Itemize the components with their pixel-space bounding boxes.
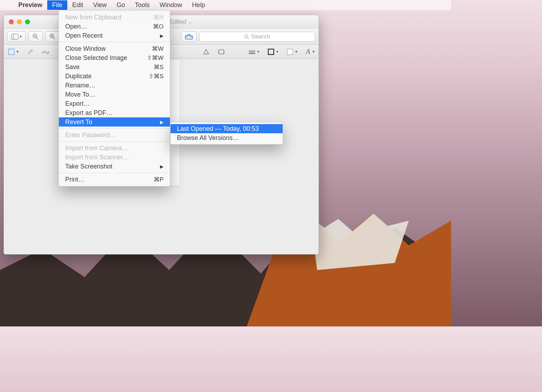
magic-wand-icon xyxy=(27,49,33,55)
menubar-item-window[interactable]: Window xyxy=(155,0,187,10)
menu-item-label: Import from Camera… xyxy=(65,145,128,152)
svg-rect-0 xyxy=(12,34,18,39)
menu-separator xyxy=(59,173,170,173)
menu-item-open-recent[interactable]: Open Recent▶ xyxy=(59,31,170,40)
menu-item-shortcut: ⌘S xyxy=(154,63,164,71)
menubar-item-help[interactable]: Help xyxy=(187,0,210,10)
menu-item-print[interactable]: Print…⌘P xyxy=(59,175,170,184)
selection-icon xyxy=(8,49,14,55)
selection-tool[interactable] xyxy=(8,49,19,55)
menu-item-shortcut: ⌘N xyxy=(153,14,164,21)
menu-item-export-as-pdf[interactable]: Export as PDF… xyxy=(59,108,170,117)
menubar-item-view[interactable]: View xyxy=(88,0,112,10)
svg-point-16 xyxy=(32,50,32,50)
menu-item-save[interactable]: Save⌘S xyxy=(59,62,170,72)
menubar-app-name[interactable]: Preview xyxy=(13,0,47,10)
svg-point-17 xyxy=(30,49,31,50)
markup-toolbar-button[interactable] xyxy=(181,31,197,42)
menu-item-label: Print… xyxy=(65,176,85,183)
submenu-item-last-opened-today-00-53[interactable]: Last Opened — Today, 00:53 xyxy=(171,124,283,133)
toolbox-icon xyxy=(185,34,193,39)
menubar-item-edit[interactable]: Edit xyxy=(67,0,88,10)
menu-item-duplicate[interactable]: Duplicate⇧⌘S xyxy=(59,72,170,81)
menu-item-label: Move To… xyxy=(65,91,96,98)
menu-item-enter-password: Enter Password… xyxy=(59,130,170,140)
lines-icon xyxy=(249,50,255,54)
menu-item-label: Close Window xyxy=(65,45,106,53)
adjust-color-tool[interactable] xyxy=(203,49,209,55)
menu-item-shortcut: ⌘P xyxy=(154,176,164,183)
svg-line-13 xyxy=(247,37,249,39)
menu-item-label: Open Recent xyxy=(65,32,103,39)
menubar-item-go[interactable]: Go xyxy=(112,0,130,10)
sketch-tool[interactable] xyxy=(42,49,49,54)
menu-item-new-from-clipboard: New from Clipboard⌘N xyxy=(59,13,170,22)
svg-rect-24 xyxy=(287,49,293,55)
menu-item-take-screenshot[interactable]: Take Screenshot▶ xyxy=(59,162,170,171)
file-menu: New from Clipboard⌘NOpen…⌘OOpen Recent▶C… xyxy=(58,10,170,186)
menu-item-shortcut: ⌘W xyxy=(152,45,164,53)
submenu-arrow-icon: ▶ xyxy=(160,164,164,169)
svg-rect-19 xyxy=(219,50,224,54)
svg-rect-23 xyxy=(268,49,274,55)
sidebar-view-button[interactable] xyxy=(7,31,26,42)
menu-item-label: Take Screenshot xyxy=(65,163,112,170)
menu-item-label: Duplicate xyxy=(65,73,92,80)
menu-item-rename[interactable]: Rename… xyxy=(59,81,170,90)
text-style-tool[interactable]: A xyxy=(306,48,314,56)
line-style-tool[interactable] xyxy=(249,49,259,54)
svg-rect-14 xyxy=(8,49,14,55)
menubar-item-file[interactable]: File xyxy=(47,0,67,10)
menu-item-shortcut: ⇧⌘S xyxy=(149,73,164,80)
menu-item-revert-to[interactable]: Revert To▶ xyxy=(59,117,170,127)
revert-to-submenu: Last Opened — Today, 00:53Browse All Ver… xyxy=(170,122,283,145)
svg-line-6 xyxy=(53,37,55,39)
menu-item-label: Close Selected Image xyxy=(65,54,127,62)
menu-item-label: Revert To xyxy=(65,118,92,126)
search-field[interactable]: Search xyxy=(199,32,315,42)
search-icon xyxy=(244,34,249,39)
close-button[interactable] xyxy=(9,19,14,24)
menu-separator xyxy=(59,128,170,129)
fill-color-tool[interactable] xyxy=(287,49,297,55)
zoom-in-button[interactable] xyxy=(45,31,60,42)
minimize-button[interactable] xyxy=(17,19,22,24)
adjust-size-tool[interactable] xyxy=(218,49,225,55)
border-swatch-icon xyxy=(268,49,274,55)
menu-item-open[interactable]: Open…⌘O xyxy=(59,22,170,31)
svg-point-18 xyxy=(32,51,33,52)
menu-item-import-from-camera: Import from Camera… xyxy=(59,143,170,153)
submenu-item-browse-all-versions[interactable]: Browse All Versions… xyxy=(171,133,283,142)
menu-separator xyxy=(59,141,170,142)
chevron-down-icon: ⌄ xyxy=(188,19,192,25)
menu-item-export[interactable]: Export… xyxy=(59,99,170,108)
submenu-arrow-icon: ▶ xyxy=(160,33,164,38)
zoom-out-button[interactable] xyxy=(29,31,43,42)
menu-item-close-selected-image[interactable]: Close Selected Image⇧⌘W xyxy=(59,53,170,62)
menu-item-label: Export as PDF… xyxy=(65,109,113,117)
svg-point-12 xyxy=(245,35,248,38)
border-color-tool[interactable] xyxy=(268,49,278,55)
svg-rect-9 xyxy=(185,36,192,39)
menubar-item-tools[interactable]: Tools xyxy=(130,0,155,10)
svg-line-3 xyxy=(36,37,38,39)
menubar: Preview File Edit View Go Tools Window H… xyxy=(0,0,451,10)
menu-item-shortcut: ⇧⌘W xyxy=(147,54,164,62)
submenu-arrow-icon: ▶ xyxy=(160,120,164,125)
menu-item-label: Export… xyxy=(65,100,90,108)
search-placeholder: Search xyxy=(251,33,270,40)
menu-item-label: Save xyxy=(65,63,80,71)
menu-item-shortcut: ⌘O xyxy=(153,23,164,30)
menu-item-move-to[interactable]: Move To… xyxy=(59,90,170,99)
menu-item-label: New from Clipboard xyxy=(65,14,121,21)
submenu-item-label: Browse All Versions… xyxy=(177,134,239,142)
zoom-in-icon xyxy=(49,33,56,40)
menu-separator xyxy=(59,42,170,42)
fill-swatch-icon xyxy=(287,49,293,55)
prism-icon xyxy=(203,49,209,55)
instant-alpha-tool[interactable] xyxy=(27,49,33,55)
zoom-out-icon xyxy=(32,33,39,40)
zoom-button[interactable] xyxy=(25,19,30,24)
menu-item-close-window[interactable]: Close Window⌘W xyxy=(59,44,170,53)
menu-item-label: Enter Password… xyxy=(65,131,116,139)
